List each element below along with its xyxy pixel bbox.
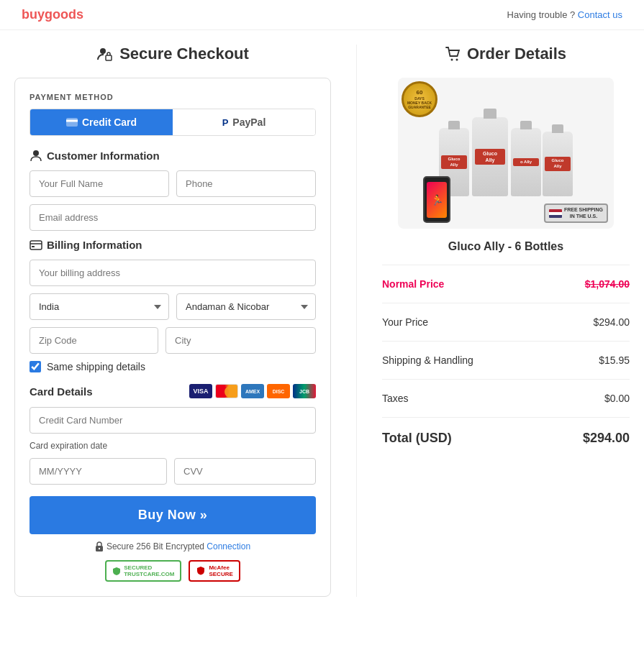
amex-icon: AMEX <box>241 384 264 398</box>
checkout-card: PAYMENT METHOD Credit Card P PayPal <box>14 78 331 597</box>
money-back-badge: 60 DAYS MONEY BACK GUARANTEE <box>402 81 437 117</box>
customer-icon <box>30 149 42 162</box>
same-shipping-checkbox[interactable] <box>30 361 41 372</box>
cart-icon <box>445 47 461 61</box>
shield-icon <box>112 567 121 575</box>
payment-method-label: PAYMENT METHOD <box>30 93 316 101</box>
mcafee-icon <box>196 566 206 576</box>
checkout-panel: Secure Checkout PAYMENT METHOD Credit Ca… <box>14 45 331 597</box>
your-price-value: $294.00 <box>593 316 630 328</box>
order-panel: Order Details 60 DAYS MONEY BACK GUARANT… <box>382 45 630 597</box>
secure-checkout-icon <box>96 45 114 63</box>
shipping-label: Shipping & Handling <box>382 354 473 366</box>
shipping-value: $15.95 <box>599 354 630 366</box>
credit-card-tab[interactable]: Credit Card <box>30 109 173 135</box>
svg-point-8 <box>99 548 100 549</box>
normal-price-value: $1,074.00 <box>585 278 630 290</box>
panel-divider <box>356 45 357 597</box>
state-wrapper: Andaman & Nicobar Andhra Pradesh Delhi M… <box>176 293 316 320</box>
card-number-input[interactable] <box>30 407 316 434</box>
svg-point-9 <box>450 59 453 61</box>
normal-price-label: Normal Price <box>382 278 444 290</box>
checkout-title: Secure Checkout <box>14 45 331 63</box>
svg-point-4 <box>33 150 39 156</box>
name-phone-row <box>30 170 316 197</box>
card-number-row <box>30 407 316 434</box>
trust-badges: SECUREDTRUSTCARE.COM McAfeeSECURE <box>30 560 316 582</box>
billing-icon <box>30 238 42 251</box>
product-image-container: 60 DAYS MONEY BACK GUARANTEE GlucoAlly <box>398 78 614 229</box>
total-row: Total (USD) $294.00 <box>382 425 630 452</box>
country-state-row: India United States United Kingdom Canad… <box>30 293 316 320</box>
svg-point-10 <box>455 59 458 61</box>
secure-note-text: Secure 256 Bit Encrypted Connection <box>106 541 250 551</box>
country-select[interactable]: India United States United Kingdom Canad… <box>30 293 169 320</box>
cvv-input[interactable] <box>174 458 316 485</box>
billing-address-input[interactable] <box>30 260 316 286</box>
bottle-4: GlucoAlly <box>543 132 573 196</box>
header-support: Having trouble ? Contact us <box>507 9 622 20</box>
svg-rect-6 <box>32 246 35 247</box>
city-input[interactable] <box>165 327 316 354</box>
main-layout: Secure Checkout PAYMENT METHOD Credit Ca… <box>0 30 644 611</box>
taxes-label: Taxes <box>382 393 409 404</box>
state-select[interactable]: Andaman & Nicobar Andhra Pradesh Delhi M… <box>176 293 316 320</box>
site-logo: buygoods <box>22 7 83 22</box>
jcb-icon: JCB <box>293 384 316 398</box>
same-shipping-row: Same shipping details <box>30 361 316 372</box>
order-divider-5 <box>382 417 630 418</box>
secure-note: Secure 256 Bit Encrypted Connection <box>30 541 316 551</box>
order-divider-3 <box>382 341 630 342</box>
country-wrapper: India United States United Kingdom Canad… <box>30 293 169 320</box>
zip-city-row <box>30 327 316 354</box>
email-row <box>30 204 316 231</box>
address-row <box>30 260 316 286</box>
mcafee-badge: McAfeeSECURE <box>189 560 240 582</box>
mastercard-icon <box>215 384 238 398</box>
buy-now-button[interactable]: Buy Now » <box>30 496 316 534</box>
paypal-tab[interactable]: P PayPal <box>173 109 315 135</box>
visa-icon: VISA <box>189 384 212 398</box>
taxes-value: $0.00 <box>604 393 630 404</box>
taxes-row: Taxes $0.00 <box>382 387 630 410</box>
bottles-display: GlucoAlly GlucoAlly o Ally <box>432 103 580 203</box>
phone-input[interactable] <box>176 170 316 197</box>
phone-mockup: 🏃 <box>423 176 450 223</box>
lock-icon <box>95 541 104 551</box>
bottle-2: GlucoAlly <box>472 117 508 196</box>
discover-icon: DISC <box>267 384 290 398</box>
full-name-input[interactable] <box>30 170 169 197</box>
mcafee-label: McAfeeSECURE <box>209 564 232 577</box>
product-name: Gluco Ally - 6 Bottles <box>382 240 630 253</box>
free-shipping-badge: FREE SHIPPINGIN THE U.S. <box>544 203 608 223</box>
payment-tabs: Credit Card P PayPal <box>30 109 316 136</box>
trustcare-label: SECUREDTRUSTCARE.COM <box>124 564 174 577</box>
svg-rect-2 <box>66 118 78 127</box>
trustcare-badge: SECUREDTRUSTCARE.COM <box>105 560 181 582</box>
total-value: $294.00 <box>583 431 630 446</box>
secure-connection-link[interactable]: Connection <box>207 541 250 551</box>
card-icons-group: VISA AMEX DISC JCB <box>189 384 316 398</box>
customer-info-title: Customer Information <box>30 149 316 162</box>
order-divider-1 <box>382 265 630 265</box>
shipping-row: Shipping & Handling $15.95 <box>382 349 630 372</box>
contact-us-link[interactable]: Contact us <box>578 9 622 20</box>
your-price-label: Your Price <box>382 316 428 328</box>
svg-rect-1 <box>106 55 112 60</box>
card-details-title: Card Details <box>30 385 93 398</box>
paypal-icon: P <box>222 117 229 128</box>
order-divider-2 <box>382 303 630 303</box>
email-input[interactable] <box>30 204 316 231</box>
svg-rect-5 <box>30 241 42 250</box>
expiry-input[interactable] <box>30 458 167 485</box>
zip-input[interactable] <box>30 327 158 354</box>
us-flag <box>549 209 562 218</box>
expiry-cvv-row <box>30 458 316 485</box>
svg-rect-3 <box>66 120 78 122</box>
your-price-row: Your Price $294.00 <box>382 311 630 334</box>
svg-point-0 <box>100 48 106 54</box>
bottle-3: o Ally <box>511 128 541 196</box>
product-image: 60 DAYS MONEY BACK GUARANTEE GlucoAlly <box>382 78 630 229</box>
order-title: Order Details <box>382 45 630 63</box>
expiry-label: Card expiration date <box>30 441 316 451</box>
